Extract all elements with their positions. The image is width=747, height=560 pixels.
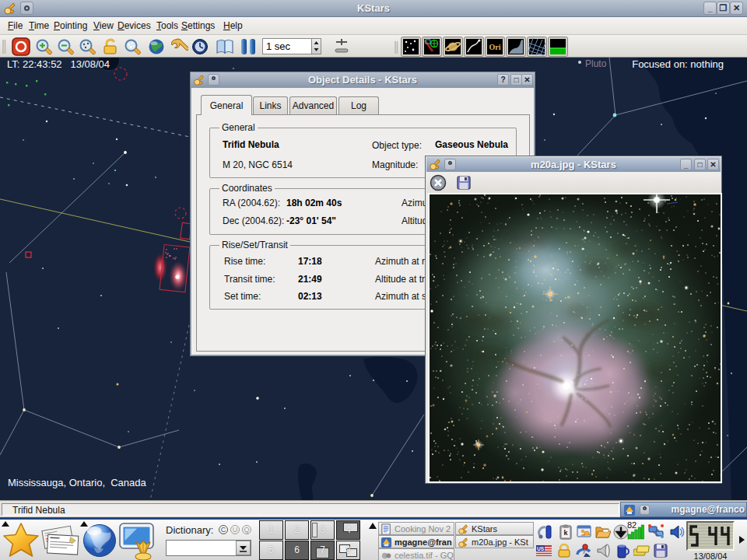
svg-text:US: US: [537, 546, 545, 551]
svg-text:Ori: Ori: [489, 43, 501, 51]
